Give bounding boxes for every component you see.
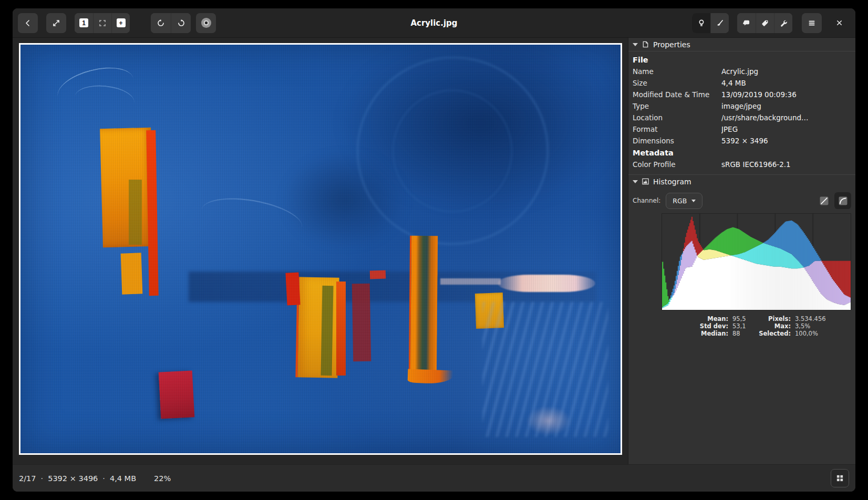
close-button[interactable] xyxy=(829,13,849,33)
main-content: Properties File Name Acrylic.jpg Size 4,… xyxy=(13,38,855,464)
fullscreen-icon xyxy=(52,19,60,27)
toolbar-left: 1 + xyxy=(13,13,216,33)
zoom-fit-icon xyxy=(98,19,107,27)
properties-section-header[interactable]: Properties xyxy=(628,38,855,51)
statusbar-separator: · xyxy=(41,474,44,483)
property-row: Modified Date & Time 13/09/2019 00:09:36 xyxy=(633,89,851,100)
edit-tools-button[interactable] xyxy=(710,13,729,33)
lightbulb-icon xyxy=(697,19,706,27)
fullscreen-button[interactable] xyxy=(46,13,66,33)
rotate-left-icon xyxy=(157,19,165,27)
image-viewer-area xyxy=(13,38,628,464)
rotate-left-button[interactable] xyxy=(151,13,171,33)
zoom-fit-button[interactable] xyxy=(93,13,111,33)
property-row: Size 4,4 MB xyxy=(633,77,851,89)
expander-icon xyxy=(633,43,638,46)
disc-icon xyxy=(201,18,211,28)
expander-icon xyxy=(633,180,638,183)
statusbar-position: 2/17 xyxy=(19,474,36,483)
file-properties: File Name Acrylic.jpg Size 4,4 MB Modifi… xyxy=(628,51,855,170)
histogram-stats: Mean: 95,5 Pixels: 3.534.456 Std dev: 53… xyxy=(628,315,855,337)
statusbar: 2/17 · 5392 × 3496 · 4,4 MB 22% xyxy=(13,464,855,492)
view-toggle-group xyxy=(692,13,729,33)
color-management-button[interactable] xyxy=(196,13,216,33)
image-viewer-window: 1 + xyxy=(13,8,855,492)
grid-icon xyxy=(836,474,844,482)
property-row: Format JPEG xyxy=(633,123,851,135)
property-row: Type image/jpeg xyxy=(633,100,851,112)
histogram-section-header[interactable]: Histogram xyxy=(628,174,855,188)
log-scale-icon xyxy=(839,196,848,205)
histogram-controls: Channel: RGB xyxy=(633,191,851,210)
properties-sidebar: Properties File Name Acrylic.jpg Size 4,… xyxy=(628,38,855,464)
tag-icon xyxy=(761,19,769,27)
tags-button[interactable] xyxy=(756,13,774,33)
headerbar: 1 + xyxy=(13,8,855,38)
zoom-in-button[interactable]: + xyxy=(111,13,130,33)
menu-button[interactable] xyxy=(802,13,822,33)
zoom-original-icon: 1 xyxy=(79,18,88,27)
property-row: Color Profile sRGB IEC61966-2.1 xyxy=(633,159,851,170)
statusbar-filesize: 4,4 MB xyxy=(110,474,136,483)
menu-icon xyxy=(808,19,816,27)
file-heading: File xyxy=(633,56,851,64)
statusbar-zoom-level: 22% xyxy=(154,474,171,483)
histogram-plot xyxy=(662,213,851,310)
comments-button[interactable] xyxy=(737,13,756,33)
statusbar-dimensions: 5392 × 3496 xyxy=(48,474,98,483)
property-row: Name Acrylic.jpg xyxy=(633,66,851,77)
channel-dropdown[interactable]: RGB xyxy=(666,193,702,209)
wrench-icon xyxy=(779,19,788,27)
zoom-controls: 1 + xyxy=(75,13,130,33)
zoom-original-button[interactable]: 1 xyxy=(75,13,93,33)
linear-scale-icon xyxy=(820,196,829,205)
back-icon xyxy=(24,19,32,27)
properties-section-title: Properties xyxy=(653,40,690,49)
close-icon xyxy=(835,19,843,27)
back-button[interactable] xyxy=(18,13,38,33)
property-row: Dimensions 5392 × 3496 xyxy=(633,135,851,147)
rotate-right-icon xyxy=(177,19,185,27)
brush-icon xyxy=(716,19,724,27)
zoom-in-icon: + xyxy=(117,18,126,27)
channel-label: Channel: xyxy=(633,197,660,204)
canvas-vignette xyxy=(20,45,621,453)
tools-button[interactable] xyxy=(774,13,792,33)
properties-icon xyxy=(642,40,649,48)
linear-scale-button[interactable] xyxy=(815,192,832,209)
photo-acrylic-painting[interactable] xyxy=(20,45,621,453)
log-scale-button[interactable] xyxy=(834,192,851,209)
metadata-tools-group xyxy=(737,13,792,33)
thumbnail-browser-button[interactable] xyxy=(831,469,849,487)
histogram-section-title: Histogram xyxy=(653,178,691,186)
metadata-heading: Metadata xyxy=(633,149,851,157)
comment-icon xyxy=(742,19,751,27)
toolbar-right xyxy=(692,13,855,33)
histogram-icon xyxy=(642,178,649,185)
channel-value: RGB xyxy=(673,197,687,205)
property-row: Location /usr/share/background… xyxy=(633,112,851,123)
image-frame xyxy=(19,43,622,455)
statusbar-separator: · xyxy=(102,474,105,483)
rotate-controls xyxy=(151,13,191,33)
rotate-right-button[interactable] xyxy=(171,13,191,33)
properties-toggle-button[interactable] xyxy=(692,13,710,33)
chevron-down-icon xyxy=(691,200,696,202)
